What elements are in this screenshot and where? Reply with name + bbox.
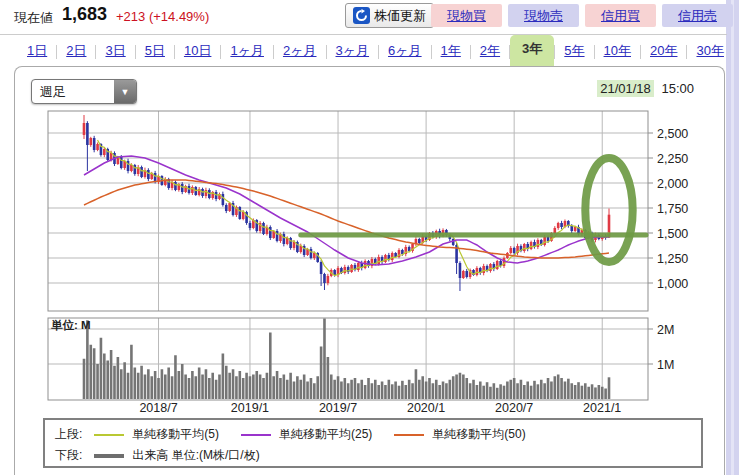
chart-legend: 上段: 単純移動平均(5)単純移動平均(25)単純移動平均(50) 下段: 出来… bbox=[43, 418, 703, 468]
tab-20y[interactable]: 20年 bbox=[641, 38, 686, 67]
stock-chart-page: 現在値 1,683 +213 (+14.49%) 株価更新 現物買現物売信用買信… bbox=[0, 0, 739, 475]
volume-swatch-icon bbox=[94, 454, 124, 458]
legend-item-ma5: 単純移動平均(5) bbox=[94, 426, 219, 443]
chart-panel: 週足 ▼ 21/01/18 15:00 上段: 単純移動平均(5)単純移動平均(… bbox=[14, 66, 725, 475]
legend-item-ma25: 単純移動平均(25) bbox=[241, 426, 372, 443]
timestamp: 21/01/18 15:00 bbox=[597, 81, 694, 96]
legend-lower-row: 下段: 出来高 単位:(M株/口/枚) bbox=[55, 447, 282, 464]
legend-item-volume: 出来高 単位:(M株/口/枚) bbox=[94, 447, 259, 464]
header-bar: 現在値 1,683 +213 (+14.49%) 株価更新 現物買現物売信用買信… bbox=[0, 0, 739, 33]
legend-ma50-label: 単純移動平均(50) bbox=[432, 426, 525, 443]
chevron-down-icon[interactable]: ▼ bbox=[114, 80, 136, 103]
refresh-price-button[interactable]: 株価更新 bbox=[345, 3, 434, 28]
header-divider bbox=[0, 34, 727, 35]
spot-sell-button[interactable]: 現物売 bbox=[508, 4, 579, 27]
timestamp-date: 21/01/18 bbox=[597, 80, 654, 97]
legend-ma25-label: 単純移動平均(25) bbox=[279, 426, 372, 443]
tab-2d[interactable]: 2日 bbox=[57, 38, 95, 67]
price-change: +213 (+14.49%) bbox=[116, 9, 209, 24]
tab-1y[interactable]: 1年 bbox=[432, 38, 470, 67]
refresh-button-label: 株価更新 bbox=[374, 7, 426, 25]
margin-sell-button[interactable]: 信用売 bbox=[662, 4, 733, 27]
legend-item-ma50: 単純移動平均(50) bbox=[394, 426, 525, 443]
current-price-label: 現在値 bbox=[14, 9, 53, 27]
legend-lower-label: 下段: bbox=[55, 447, 82, 464]
tab-6mo[interactable]: 6ヶ月 bbox=[379, 38, 431, 67]
refresh-icon bbox=[353, 7, 370, 24]
tab-3d[interactable]: 3日 bbox=[96, 38, 134, 67]
tab-10d[interactable]: 10日 bbox=[175, 38, 220, 67]
period-tabs: 1日2日3日5日10日1ヶ月2ヶ月3ヶ月6ヶ月1年2年3年5年10年20年30年 bbox=[18, 40, 733, 67]
interval-dropdown[interactable]: 週足 ▼ bbox=[31, 79, 137, 104]
legend-upper-label: 上段: bbox=[55, 426, 82, 443]
tab-2mo[interactable]: 2ヶ月 bbox=[274, 38, 326, 67]
ma50-line-swatch-icon bbox=[394, 434, 424, 436]
tab-2y[interactable]: 2年 bbox=[471, 38, 509, 67]
tab-10y[interactable]: 10年 bbox=[595, 38, 640, 67]
ma25-line-swatch-icon bbox=[241, 434, 271, 436]
tab-1mo[interactable]: 1ヶ月 bbox=[221, 38, 273, 67]
current-price-value: 1,683 bbox=[62, 4, 107, 25]
legend-ma5-label: 単純移動平均(5) bbox=[132, 426, 219, 443]
interval-dropdown-value: 週足 bbox=[32, 83, 114, 101]
tab-30y[interactable]: 30年 bbox=[687, 38, 732, 67]
tab-5d[interactable]: 5日 bbox=[136, 38, 174, 67]
timestamp-time: 15:00 bbox=[661, 81, 694, 96]
legend-volume-label: 出来高 単位:(M株/口/枚) bbox=[132, 447, 259, 464]
page-side-strip bbox=[726, 0, 739, 475]
spot-buy-button[interactable]: 現物買 bbox=[431, 4, 502, 27]
trade-buttons: 現物買現物売信用買信用売 bbox=[431, 4, 733, 27]
legend-upper-row: 上段: 単純移動平均(5)単純移動平均(25)単純移動平均(50) bbox=[55, 426, 548, 443]
tab-3mo[interactable]: 3ヶ月 bbox=[327, 38, 379, 67]
tab-5y[interactable]: 5年 bbox=[555, 38, 593, 67]
tab-3y[interactable]: 3年 bbox=[510, 35, 554, 67]
ma5-line-swatch-icon bbox=[94, 434, 124, 436]
tab-1d[interactable]: 1日 bbox=[18, 38, 56, 67]
margin-buy-button[interactable]: 信用買 bbox=[585, 4, 656, 27]
